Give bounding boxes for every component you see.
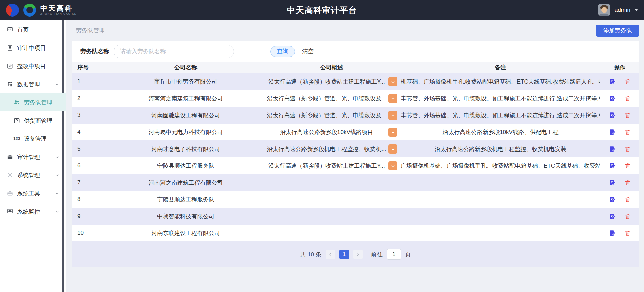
sidebar-item-device-management[interactable]: 123设备管理 <box>0 130 66 148</box>
edit-icon[interactable] <box>609 95 616 102</box>
briefcase-icon <box>6 153 14 161</box>
delete-icon[interactable] <box>624 78 631 85</box>
sidebar-item-system-tools[interactable]: 系统工具 <box>0 184 66 202</box>
delete-icon[interactable] <box>624 230 631 237</box>
prev-page-button[interactable] <box>326 250 335 259</box>
download-icon[interactable] <box>388 161 397 170</box>
sidebar-item-system-management[interactable]: 系统管理 <box>0 166 66 184</box>
avatar-shirt <box>600 14 609 16</box>
page-1-button[interactable]: 1 <box>339 250 349 259</box>
cell-index: 7 <box>72 179 107 186</box>
chevron-down-icon <box>55 155 59 159</box>
cell-actions <box>600 179 639 186</box>
next-page-button[interactable] <box>353 250 363 259</box>
chevron-right-icon <box>356 252 360 257</box>
sidebar-item-labor-team-management[interactable]: 劳务队管理 <box>0 93 66 111</box>
query-button[interactable]: 查询 <box>270 46 295 57</box>
cell-company-overview: 沿太行高速（新乡段）收费站土建工程施工Y... <box>265 77 399 86</box>
delete-icon[interactable] <box>624 179 631 186</box>
column-header-remark: 备注 <box>399 64 600 71</box>
highway-logo-icon <box>6 4 19 17</box>
clear-button[interactable]: 清空 <box>302 47 314 55</box>
delete-icon[interactable] <box>624 112 631 119</box>
avatar-face <box>601 7 607 13</box>
breadcrumb: 劳务队管理 <box>76 27 105 34</box>
brand-subtitle: ZHONG TIAN GAO KE <box>40 12 77 15</box>
edit-icon[interactable] <box>609 129 616 136</box>
column-header-company-overview: 公司概述 <box>265 64 399 71</box>
dashboard-icon <box>6 26 14 33</box>
cell-remark: 沿太行高速公路新乡段10kV线路、供配电工程 <box>399 128 600 136</box>
edit-icon[interactable] <box>609 179 616 186</box>
download-icon[interactable] <box>388 94 397 103</box>
goto-page-input[interactable] <box>387 249 401 260</box>
user-menu[interactable]: admin <box>598 4 638 16</box>
sidebar-item-label: 设备管理 <box>24 135 47 143</box>
page-unit-label: 页 <box>405 251 411 258</box>
cell-company-overview: 沿太行高速公路新乡段10kV线路项目 <box>265 128 399 137</box>
cell-company-name: 河南河之南建筑工程有限公司 <box>107 95 265 102</box>
download-icon[interactable] <box>388 128 397 137</box>
topbar: 劳务队管理 添加劳务队 <box>66 20 644 41</box>
cell-index: 2 <box>72 95 107 102</box>
chevron-down-icon <box>55 191 59 196</box>
company-overview-text: 沿太行高速（新乡段）收费站土建工程施工Y... <box>265 162 388 170</box>
delete-icon[interactable] <box>624 129 631 136</box>
company-logo-icon <box>23 4 36 17</box>
cell-company-name: 河南东联建设工程有限公司 <box>107 229 265 237</box>
cell-company-overview: 沿太行高速公路新乡段机电工程监控、收费机... <box>265 144 399 154</box>
search-input[interactable] <box>114 45 234 58</box>
sidebar-item-system-monitor[interactable]: 系统监控 <box>0 202 66 221</box>
edit-icon[interactable] <box>609 230 616 237</box>
delete-icon[interactable] <box>624 95 631 102</box>
labor-team-icon <box>13 99 21 106</box>
avatar[interactable] <box>598 4 610 16</box>
download-icon[interactable] <box>388 111 397 120</box>
edit-icon[interactable] <box>609 196 616 203</box>
chevron-down-icon <box>635 9 638 11</box>
add-labor-team-button[interactable]: 添加劳务队 <box>596 25 639 37</box>
edit-icon[interactable] <box>609 162 616 169</box>
edit-icon[interactable] <box>609 78 616 85</box>
brand-text: 中天高科 ZHONG TIAN GAO KE <box>40 4 77 15</box>
cell-company-name: 宁陵县顺达工程服务队 <box>107 196 265 203</box>
sidebar-item-label: 审计中项目 <box>17 44 46 52</box>
table-header: 序号 公司名称 公司概述 备注 操作 <box>72 62 639 73</box>
cell-index: 6 <box>72 162 107 169</box>
sidebar-item-auditing-projects[interactable]: 审计中项目 <box>0 39 66 57</box>
sidebar-item-home[interactable]: 首页 <box>0 21 66 39</box>
company-overview-text: 沿太行高速（新乡段）管道、光、电缆敷设及... <box>265 95 388 102</box>
edit-square-icon <box>6 62 14 70</box>
cell-actions <box>600 162 639 169</box>
delete-icon[interactable] <box>624 145 631 153</box>
cell-remark: 圭芯管、外场基础、光、电缆敷设。如工程施工不能连续进行,造成二次开挖等,甲方不承… <box>399 111 600 119</box>
download-icon[interactable] <box>388 144 397 154</box>
sidebar: 首页审计中项目整改中项目数据管理劳务队管理供货商管理123设备管理审计管理系统管… <box>0 20 66 292</box>
edit-icon[interactable] <box>609 213 616 220</box>
table-row: 2河南河之南建筑工程有限公司沿太行高速（新乡段）管道、光、电缆敷设及...圭芯管… <box>72 90 639 107</box>
cell-index: 10 <box>72 230 107 236</box>
sidebar-item-supplier-management[interactable]: 供货商管理 <box>0 111 66 130</box>
column-header-company-name: 公司名称 <box>107 64 265 71</box>
sidebar-item-audit-management[interactable]: 审计管理 <box>0 148 66 166</box>
user-name: admin <box>615 7 630 13</box>
sidebar-item-rectifying-projects[interactable]: 整改中项目 <box>0 57 66 75</box>
edit-icon[interactable] <box>609 145 616 153</box>
table-row: 5河南才意电子科技有限公司沿太行高速公路新乡段机电工程监控、收费机...沿太行高… <box>72 140 639 157</box>
cell-index: 5 <box>72 145 107 152</box>
column-header-actions: 操作 <box>600 64 639 71</box>
delete-icon[interactable] <box>624 162 631 169</box>
delete-icon[interactable] <box>624 196 631 203</box>
cell-company-overview: 沿太行高速（新乡段）收费站土建工程施工Y... <box>265 161 399 170</box>
delete-icon[interactable] <box>624 213 631 220</box>
cell-company-overview: 沿太行高速（新乡段）管道、光、电缆敷设及... <box>265 111 399 120</box>
table-body: 1商丘市中创劳务有限公司沿太行高速（新乡段）收费站土建工程施工Y...机基础、广… <box>72 73 639 241</box>
edit-icon[interactable] <box>609 112 616 119</box>
sidebar-item-data-management[interactable]: 数据管理 <box>0 75 66 93</box>
sidebar-item-label: 供货商管理 <box>24 117 52 125</box>
layout: 首页审计中项目整改中项目数据管理劳务队管理供货商管理123设备管理审计管理系统管… <box>0 20 644 292</box>
cell-company-overview: 沿太行高速（新乡段）管道、光、电缆敷设及... <box>265 94 399 103</box>
download-icon[interactable] <box>388 77 397 86</box>
cell-company-name: 河南河之南建筑工程有限公司 <box>107 179 265 187</box>
cell-company-name: 河南易中元电力科技有限公司 <box>107 128 265 136</box>
